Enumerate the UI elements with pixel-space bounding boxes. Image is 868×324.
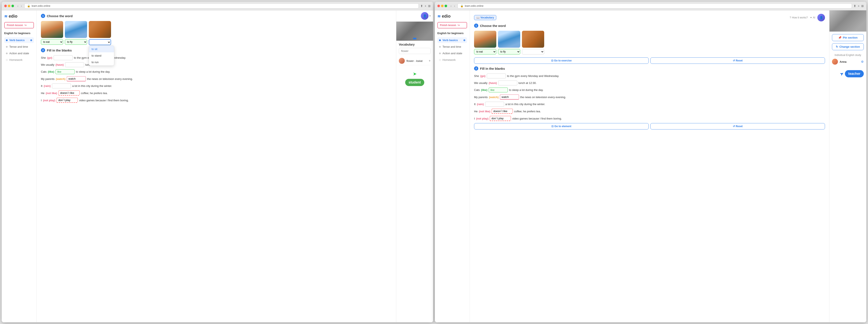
maximize-btn-1[interactable] xyxy=(11,5,14,7)
fill-input-2-1[interactable] xyxy=(487,73,506,78)
fill-input-2-2[interactable] xyxy=(498,80,517,86)
dropdown-item-stand-1[interactable]: to stand xyxy=(89,52,114,59)
sidebar-item-action-1[interactable]: Action and state xyxy=(4,51,34,56)
dropdown-item-run-1[interactable]: to run xyxy=(89,59,114,65)
go-exercise-btn[interactable]: ⊡ Go to exercise xyxy=(474,58,649,64)
fill-input-5[interactable] xyxy=(52,84,71,88)
forward-btn-2[interactable]: › xyxy=(453,4,456,8)
logo-icon-2: ≋ xyxy=(437,14,440,19)
select-eat-1[interactable]: to eat xyxy=(41,39,63,45)
nav-label-homework-2: Homework xyxy=(442,58,456,61)
user-avatar-1[interactable]: 👤 xyxy=(421,12,429,20)
vocab-title-1: Vocabulary xyxy=(396,41,433,47)
tabs-btn-2[interactable]: ⊞ xyxy=(861,4,864,8)
vocab-search-1[interactable] xyxy=(399,48,431,54)
video-thumb-2[interactable] xyxy=(830,10,866,32)
tabs-btn-1[interactable]: ⊞ xyxy=(428,4,431,8)
vocab-badge-2[interactable]: 📖 Vocabulary xyxy=(474,15,496,20)
logo-1: ≋ edio xyxy=(4,14,34,19)
maximize-btn-2[interactable] xyxy=(444,5,447,7)
fill-input-2-4[interactable] xyxy=(500,95,519,100)
select-fly-1[interactable]: to fly xyxy=(65,39,87,45)
finish-lesson-btn-1[interactable]: Finish lesson ↪ xyxy=(4,22,34,28)
minimize-btn-2[interactable] xyxy=(441,5,443,7)
back-btn-2[interactable]: ‹ xyxy=(450,4,453,8)
fill-hint-5: (rain) xyxy=(44,84,51,88)
app-layout-2: ≋ edio Finish lesson ↪ English for begin… xyxy=(435,10,866,322)
vocab-icon-2: 📖 xyxy=(476,16,479,19)
section2-num-2: 2 xyxy=(474,66,478,71)
logo-icon-1: ≋ xyxy=(4,14,7,19)
ai-btn[interactable]: ✦ AI xyxy=(810,16,815,19)
video-thumb-1[interactable] xyxy=(396,22,433,41)
section2-num-1: 2 xyxy=(41,48,45,52)
main-content-2: 📖 Vocabulary ? How it works? ✦ AI 👤 xyxy=(470,10,829,322)
nav-label-verb-2: Verb basics xyxy=(442,39,458,42)
sidebar-item-homework-1[interactable]: Homework xyxy=(4,57,34,63)
teacher-cursor-icon: ➤ xyxy=(839,70,845,77)
close-btn-2[interactable] xyxy=(437,5,440,7)
sidebar-item-tense-2[interactable]: Tense and time xyxy=(437,44,467,50)
student-settings-icon[interactable]: ⚙ xyxy=(861,60,864,63)
share-btn-1[interactable]: ⬆ xyxy=(421,4,423,8)
sidebar-item-tense-1[interactable]: Tense and time xyxy=(4,44,34,50)
fill-input-2-6[interactable] xyxy=(492,109,513,114)
fill-prefix-1: She xyxy=(41,56,46,59)
address-bar-2[interactable]: 🔒 learn.edio.online xyxy=(458,3,852,8)
sidebar-item-verb-basics-2[interactable]: Verb basics ⊕ xyxy=(437,37,467,43)
change-section-btn[interactable]: ↻ Change section xyxy=(832,43,864,50)
fill-prefix-7: I xyxy=(41,99,42,102)
vocab-item-1: flower - kwiat + xyxy=(399,57,431,65)
fill-prefix-6: He xyxy=(41,92,44,95)
fill-input-2-3[interactable] xyxy=(489,88,508,92)
how-it-works-btn[interactable]: ? How it works? xyxy=(789,16,808,19)
fill-input-6[interactable] xyxy=(59,91,80,96)
nav-label-tense-1: Tense and time xyxy=(9,45,28,48)
fill-prefix-2: We usually xyxy=(41,63,54,66)
fill-prefix-3: Cats xyxy=(41,70,46,73)
fill-row-2-7: I (not play) video games because I find … xyxy=(474,116,825,121)
word-box-eat-1: to eat xyxy=(41,21,63,45)
nav-buttons-1: ‹ › xyxy=(17,4,23,8)
fill-input-4[interactable] xyxy=(67,76,86,82)
share-btn-2[interactable]: ⬆ xyxy=(854,4,856,8)
select-blank-1[interactable] xyxy=(89,39,111,45)
fill-input-1[interactable] xyxy=(54,55,73,60)
select-fly-2[interactable]: to fly xyxy=(498,49,520,55)
reset-btn-1[interactable]: ↺ Reset xyxy=(650,58,825,64)
sidebar-item-action-2[interactable]: Action and state xyxy=(437,51,467,56)
teacher-bubble: teacher xyxy=(845,70,864,77)
forward-btn-1[interactable]: › xyxy=(20,4,23,8)
select-eat-2[interactable]: to eat xyxy=(474,49,496,55)
sidebar-item-verb-basics-1[interactable]: Verb basics ⊕ xyxy=(4,37,34,43)
fill-input-2-7[interactable] xyxy=(490,116,511,121)
traffic-lights-2 xyxy=(437,5,447,7)
new-tab-btn-2[interactable]: + xyxy=(858,4,860,8)
fill-input-2-5[interactable] xyxy=(485,102,504,106)
user-avatar-2[interactable]: 👤 xyxy=(817,14,825,22)
reset-icon-1: ↺ xyxy=(733,59,735,62)
reset-icon-2: ↺ xyxy=(733,125,735,128)
close-btn-1[interactable] xyxy=(4,5,7,7)
select-blank-2[interactable] xyxy=(522,49,544,55)
fill-row-2-6: He (not like) coffee; he prefers tea. xyxy=(474,109,825,114)
image-row-1: to eat to fly xyxy=(41,21,392,45)
section1-label-1: Choose the word xyxy=(47,14,73,18)
fill-input-7[interactable] xyxy=(57,98,78,103)
section1-title-2: 1 Choose the word xyxy=(474,24,825,28)
pin-section-btn[interactable]: 📌 Pin section xyxy=(832,34,864,41)
fill-input-3[interactable] xyxy=(56,69,74,74)
minimize-btn-1[interactable] xyxy=(8,5,10,7)
reset-btn-2[interactable]: ↺ Reset xyxy=(650,123,825,129)
image-row-2: to eat to fly xyxy=(474,31,825,55)
new-tab-btn-1[interactable]: + xyxy=(425,4,426,8)
address-bar-1[interactable]: 🔒 learn.edio.online xyxy=(24,3,418,8)
back-btn-1[interactable]: ‹ xyxy=(17,4,19,8)
fill-input-2[interactable] xyxy=(65,62,84,67)
student-bubble-1: student xyxy=(405,79,424,86)
go-element-btn[interactable]: ⊡ Go to element xyxy=(474,123,649,129)
sidebar-item-homework-2[interactable]: Homework xyxy=(437,57,467,63)
finish-lesson-btn-2[interactable]: Finish lesson ↪ xyxy=(437,22,467,28)
vocab-add-btn-1[interactable]: + xyxy=(429,59,431,63)
dropdown-item-sit-1[interactable]: to sit xyxy=(89,46,114,52)
